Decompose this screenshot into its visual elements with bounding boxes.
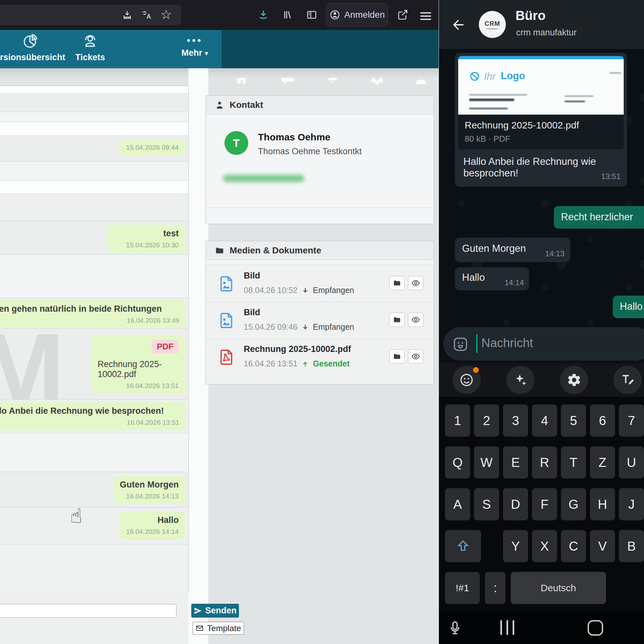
chat-message-bubble[interactable]: 15.04.2026 09:44 <box>120 140 185 155</box>
key-7[interactable]: 7 <box>619 404 644 437</box>
key-1[interactable]: 1 <box>445 404 470 437</box>
chat-title[interactable]: Büro <box>516 8 545 23</box>
doc-file-info[interactable]: Rechnung 2025-10002.pdf 80 kB · PDF <box>458 115 624 149</box>
text-edit-button[interactable] <box>613 366 642 394</box>
firefox-signin-button[interactable]: Anmelden <box>326 3 388 26</box>
key-d[interactable]: D <box>503 488 528 520</box>
space-key[interactable]: Deutsch <box>511 572 606 604</box>
nav-item-versionsuebersicht[interactable]: rsionsübersicht <box>0 33 61 62</box>
key-y[interactable]: Y <box>503 530 528 562</box>
contact-phone-blurred <box>223 175 304 182</box>
contact-avatar[interactable]: T <box>224 131 248 155</box>
chat-row <box>0 194 188 221</box>
key-e[interactable]: E <box>503 446 528 478</box>
key-c[interactable]: C <box>561 530 586 562</box>
nav-item-tickets[interactable]: Tickets <box>68 33 113 62</box>
key-q[interactable]: Q <box>445 446 470 478</box>
sparkle-icon <box>513 373 528 387</box>
sent-bubble[interactable]: Hallo <box>613 296 644 318</box>
medien-title: Medien & Dokumente <box>230 245 321 256</box>
key-h[interactable]: H <box>590 488 615 520</box>
pdf-attachment-card[interactable]: Ihr Logo Rechnung 2025-10002.pdf 80 kB ·… <box>458 56 624 149</box>
preview-button[interactable] <box>408 349 423 364</box>
chat-message-bubble[interactable]: lo Anbei die Rechnung wie besprochen! 16… <box>0 402 186 430</box>
received-bubble[interactable]: Hallo 14:14 <box>455 267 529 290</box>
chat-pdf-message-bubble[interactable]: PDF Rechnung 2025-10002.pdf 16.04.2026 1… <box>91 336 185 393</box>
whatsapp-message-input[interactable]: Nachricht <box>443 327 644 361</box>
back-icon[interactable] <box>451 17 466 32</box>
key-v[interactable]: V <box>590 530 615 562</box>
key-6[interactable]: 6 <box>590 404 615 437</box>
signin-label: Anmelden <box>344 10 385 20</box>
key-s[interactable]: S <box>474 488 499 520</box>
chat-avatar[interactable]: CRM <box>479 11 506 38</box>
key-f[interactable]: F <box>532 488 557 520</box>
key-w[interactable]: W <box>474 446 499 478</box>
message-time: 14:14 <box>505 278 524 287</box>
chat-message-bubble[interactable]: Guten Morgen 16.04.2026 14:13 <box>113 476 185 504</box>
media-status: Empfangen <box>313 322 354 332</box>
key-3[interactable]: 3 <box>503 404 528 437</box>
open-folder-button[interactable] <box>389 276 405 290</box>
home-nav-icon[interactable] <box>588 620 603 636</box>
key-j[interactable]: J <box>619 488 644 520</box>
message-input[interactable] <box>0 604 176 618</box>
downloads-icon[interactable] <box>258 9 269 21</box>
key-u[interactable]: U <box>619 446 644 478</box>
key-r[interactable]: R <box>532 446 557 478</box>
sticker-icon[interactable] <box>452 336 469 352</box>
template-button[interactable]: Template <box>193 622 244 635</box>
key-g[interactable]: G <box>561 488 586 520</box>
received-doc-bubble[interactable]: Ihr Logo Rechnung 2025-10002.pdf 80 kB ·… <box>455 53 627 187</box>
menu-icon[interactable] <box>420 10 431 22</box>
key-z[interactable]: Z <box>590 446 615 478</box>
message-time: 16.04.2026 14:14 <box>126 528 179 535</box>
key-2[interactable]: 2 <box>474 404 499 437</box>
open-folder-button[interactable] <box>389 349 405 364</box>
chat-row: M PDF Rechnung 2025-10002.pdf 16.04.2026… <box>0 329 188 400</box>
media-row[interactable]: Bild 08.04.26 10:52 Empfangen <box>206 266 434 302</box>
screenshot-root: ☆ Anmelden rsionsübersicht Tickets ••• M… <box>0 0 644 644</box>
shift-key[interactable] <box>445 530 481 562</box>
open-folder-button[interactable] <box>389 313 405 327</box>
phone-navigation-bar <box>439 612 644 644</box>
key-5[interactable]: 5 <box>561 404 586 437</box>
contact-name[interactable]: Thomas Oehme <box>258 132 330 143</box>
received-bubble[interactable]: Guten Morgen 14:13 <box>455 238 570 262</box>
chat-row <box>0 94 188 112</box>
preview-button[interactable] <box>408 313 423 327</box>
media-row[interactable]: Bild 15.04.26 09:46 Empfangen <box>206 302 434 339</box>
chat-message-bubble[interactable]: en gehen natürlich in beide Richtungen 1… <box>0 300 186 328</box>
chat-message-bubble[interactable]: test 15.04.2026 10:30 <box>108 225 185 253</box>
sent-bubble[interactable]: Recht herzlicher <box>554 206 644 229</box>
bookmark-star-icon[interactable]: ☆ <box>160 7 172 22</box>
recent-apps-icon[interactable] <box>498 620 516 636</box>
key-a[interactable]: A <box>445 488 470 520</box>
key-4[interactable]: 4 <box>532 404 557 437</box>
key-x[interactable]: X <box>532 530 557 562</box>
message-text: Guten Morgen <box>462 243 526 254</box>
chat-row <box>0 181 188 194</box>
doc-logo-word: Logo <box>501 70 525 82</box>
ai-button[interactable] <box>506 366 535 394</box>
chat-message-bubble[interactable]: Hallo 16.04.2026 14:14 <box>120 511 185 539</box>
colon-key[interactable]: : <box>485 572 506 604</box>
translate-icon[interactable] <box>141 10 152 21</box>
media-row[interactable]: Rechnung 2025-10002.pdf 16.04.26 13:51 G… <box>206 339 434 384</box>
keyboard-settings-button[interactable] <box>560 366 588 394</box>
library-icon[interactable] <box>282 9 294 21</box>
send-button[interactable]: Senden <box>191 604 239 618</box>
sidebar-icon[interactable] <box>306 9 317 21</box>
nav-item-mehr[interactable]: ••• Mehr ▾ <box>174 35 216 58</box>
emoji-button[interactable] <box>452 366 481 394</box>
preview-button[interactable] <box>408 276 423 290</box>
symbols-key[interactable]: !#1 <box>445 572 480 604</box>
chat-row: en gehen natürlich in beide Richtungen 1… <box>0 298 188 329</box>
address-bar[interactable] <box>0 5 181 25</box>
save-page-icon[interactable] <box>122 10 133 21</box>
share-icon[interactable] <box>397 9 408 21</box>
key-t[interactable]: T <box>561 446 586 478</box>
mic-icon[interactable] <box>447 620 463 636</box>
pdf-filename[interactable]: Rechnung 2025-10002.pdf <box>98 359 179 379</box>
key-b[interactable]: B <box>619 530 644 562</box>
